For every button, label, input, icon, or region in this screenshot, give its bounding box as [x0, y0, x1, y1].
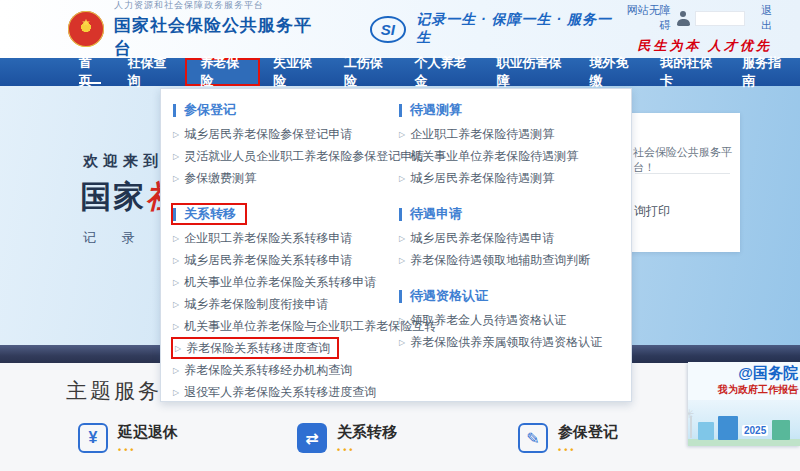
promo-subtitle: 我为政府工作报告 [688, 383, 800, 397]
triangle-icon: ▷ [173, 366, 179, 375]
dropdown-item[interactable]: ▷企业职工养老保险关系转移申请 [173, 227, 395, 249]
section-header-label: 参保登记 [184, 101, 236, 119]
site-slogan: 记录一生 · 保障一生 · 服务一生 [416, 11, 618, 47]
dropdown-item[interactable]: ▷城乡居民养老保险关系转移申请 [173, 249, 395, 271]
dropdown-item-label: 养老保险待遇领取地辅助查询判断 [410, 252, 590, 269]
logout-link[interactable]: 退出 [751, 3, 772, 33]
user-zone: 网站无障碍 退出 民生为本 人才优先 [618, 3, 772, 55]
dropdown-item[interactable]: ▷机关事业单位养老保险关系转移申请 [173, 271, 395, 293]
dropdown-item-label: 城乡居民养老保险待遇申请 [410, 230, 554, 247]
banner-title-dark: 国家 [80, 179, 146, 214]
dots-decoration: ••• [558, 447, 618, 453]
nav-item-overseas-exemption[interactable]: 境外免缴 [577, 58, 648, 86]
triangle-icon: ▷ [173, 174, 179, 183]
section-header-label: 待遇测算 [410, 101, 462, 119]
dropdown-item[interactable]: ▷机关事业单位养老保险与企业职工养老保险互转 [173, 315, 395, 337]
section-header-transfer: 关系转移 [173, 201, 395, 227]
triangle-icon: ▷ [399, 256, 405, 265]
triangle-icon: ▷ [175, 344, 181, 353]
dropdown-item[interactable]: ▷退役军人养老保险关系转移进度查询 [173, 381, 395, 403]
theme-item-delayed-retirement[interactable]: ¥ 延迟退休 ••• [78, 423, 178, 453]
dropdown-item-label: 城乡居民养老保险参保登记申请 [184, 126, 352, 143]
dropdown-item[interactable]: ▷城乡养老保险制度衔接申请 [173, 293, 395, 315]
triangle-icon: ▷ [173, 322, 179, 331]
section-bar-icon [173, 104, 176, 117]
national-emblem-logo [68, 11, 104, 47]
document-edit-icon: ✎ [518, 423, 548, 453]
nav-item-occupational-injury[interactable]: 职业伤害保障 [483, 58, 576, 86]
gov-promo-banner[interactable]: @国务院 我为政府工作报告 2025 [688, 362, 800, 446]
nav-item-work-injury[interactable]: 工伤保险 [331, 58, 402, 86]
dropdown-item[interactable]: ▷参保缴费测算 [173, 167, 395, 189]
triangle-icon: ▷ [399, 316, 405, 325]
dropdown-item[interactable]: ▷企业职工养老保险待遇测算 [399, 123, 619, 145]
page: 人力资源和社会保障政务服务平台 国家社会保险公共服务平台 SI 记录一生 · 保… [0, 0, 800, 471]
section-bar-icon [399, 290, 402, 303]
section-header-label: 待遇资格认证 [410, 287, 488, 305]
brand-block: 人力资源和社会保障政务服务平台 国家社会保险公共服务平台 [114, 0, 322, 60]
accessibility-link[interactable]: 网站无障碍 [618, 3, 671, 33]
nav-item-shebao-query[interactable]: 社保查询 [114, 58, 185, 86]
theme-item-label: 参保登记 [558, 423, 618, 442]
theme-item-relation-transfer[interactable]: ⇄ 关系转移 ••• [297, 423, 397, 453]
promo-year: 2025 [742, 425, 768, 436]
triangle-icon: ▷ [173, 234, 179, 243]
dropdown-item[interactable]: ▷养老保险关系转移经办机构查询 [173, 359, 395, 381]
username-field [695, 11, 745, 26]
triangle-icon: ▷ [173, 130, 179, 139]
dropdown-item-label: 退役军人养老保险关系转移进度查询 [184, 384, 376, 401]
section-header-qualification: 待遇资格认证 [399, 283, 619, 309]
nav-item-home[interactable]: 首页 [66, 58, 114, 86]
dropdown-item[interactable]: ▷机关事业单位养老保险待遇测算 [399, 145, 619, 167]
dropdown-item[interactable]: ▷城乡居民养老保险待遇申请 [399, 227, 619, 249]
dropdown-item-label: 领取养老金人员待遇资格认证 [410, 312, 566, 329]
motto-text: 民生为本 人才优先 [618, 37, 772, 55]
dropdown-item-label: 参保缴费测算 [184, 170, 256, 187]
dropdown-item[interactable]: ▷灵活就业人员企业职工养老保险参保登记申请 [173, 145, 395, 167]
welcome-card-text: 社会保险公共服务平台！ [633, 145, 740, 175]
dropdown-item[interactable]: ▷领取养老金人员待遇资格认证 [399, 309, 619, 331]
annotation-box: 关系转移 [171, 203, 247, 225]
theme-item-label: 延迟退休 [118, 423, 178, 442]
dropdown-item[interactable]: ▷城乡居民养老保险待遇测算 [399, 167, 619, 189]
yen-card-icon: ¥ [78, 423, 108, 453]
dropdown-item[interactable]: ▷养老保险供养亲属领取待遇资格认证 [399, 331, 619, 353]
dropdown-item[interactable]: ▷养老保险待遇领取地辅助查询判断 [399, 249, 619, 271]
user-avatar-icon [677, 11, 689, 26]
theme-item-registration[interactable]: ✎ 参保登记 ••• [518, 423, 618, 453]
dropdown-item-label: 养老保险关系转移进度查询 [186, 340, 330, 357]
illustration-building [698, 422, 714, 440]
nav-item-unemployment[interactable]: 失业保险 [260, 58, 331, 86]
dropdown-item-label: 养老保险供养亲属领取待遇资格认证 [410, 334, 602, 351]
illustration-building [718, 416, 738, 440]
site-title: 国家社会保险公共服务平台 [114, 14, 322, 60]
nav-item-my-card[interactable]: 我的社保卡 [647, 58, 729, 86]
print-link[interactable]: 询打印 [634, 203, 670, 220]
dropdown-item-label: 养老保险关系转移经办机构查询 [184, 362, 352, 379]
section-bar-icon [399, 208, 402, 221]
dropdown-item-label: 企业职工养老保险待遇测算 [410, 126, 554, 143]
si-logo-group: SI 记录一生 · 保障一生 · 服务一生 [370, 11, 619, 47]
triangle-icon: ▷ [173, 388, 179, 397]
triangle-icon: ▷ [173, 278, 179, 287]
main-nav: 首页 社保查询 养老保险 失业保险 工伤保险 个人养老金 职业伤害保障 境外免缴… [0, 58, 800, 86]
illustration-ground [688, 439, 800, 446]
triangle-icon: ▷ [173, 300, 179, 309]
promo-illustration: 2025 [688, 400, 800, 446]
dropdown-item-label: 企业职工养老保险关系转移申请 [184, 230, 352, 247]
nav-item-pension-insurance[interactable]: 养老保险 [185, 58, 260, 86]
pension-dropdown-menu: 参保登记 ▷城乡居民养老保险参保登记申请 ▷灵活就业人员企业职工养老保险参保登记… [160, 88, 632, 402]
dropdown-item-label: 城乡居民养老保险待遇测算 [410, 170, 554, 187]
dropdown-item-label: 城乡居民养老保险关系转移申请 [184, 252, 352, 269]
nav-item-personal-pension[interactable]: 个人养老金 [401, 58, 483, 86]
dropdown-item-label: 机关事业单位养老保险待遇测算 [410, 148, 578, 165]
si-logo-icon: SI [370, 16, 407, 43]
nav-item-service-guide[interactable]: 服务指南 [729, 58, 800, 86]
dropdown-item-transfer-progress[interactable]: ▷ 养老保险关系转移进度查询 [173, 337, 395, 359]
section-bar-icon [173, 208, 176, 221]
annotation-box: ▷ 养老保险关系转移进度查询 [171, 337, 339, 359]
dropdown-item[interactable]: ▷城乡居民养老保险参保登记申请 [173, 123, 395, 145]
dropdown-left-column: 参保登记 ▷城乡居民养老保险参保登记申请 ▷灵活就业人员企业职工养老保险参保登记… [173, 97, 395, 403]
dropdown-right-column: 待遇测算 ▷企业职工养老保险待遇测算 ▷机关事业单位养老保险待遇测算 ▷城乡居民… [399, 97, 619, 353]
triangle-icon: ▷ [173, 256, 179, 265]
